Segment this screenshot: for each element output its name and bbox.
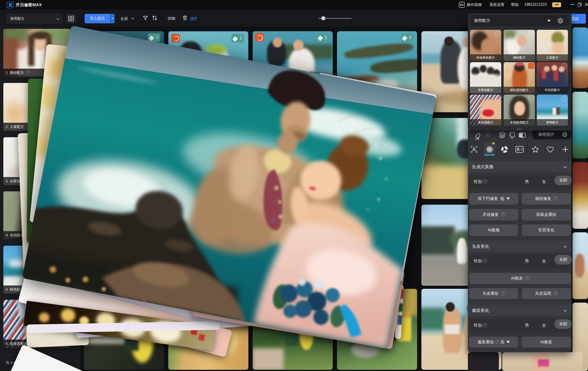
svg-text:Ps: Ps (460, 3, 463, 7)
